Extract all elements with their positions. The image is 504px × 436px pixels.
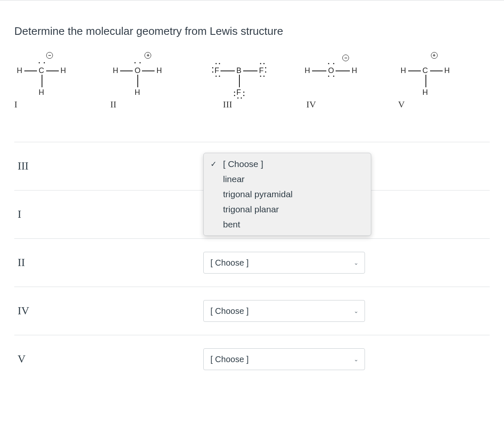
answer-row-IV: IV [ Choose ] ⌄	[14, 287, 490, 335]
structure-III: III F B F F	[206, 50, 298, 112]
question-title: Determine the molecular geometry from Le…	[14, 25, 490, 38]
answer-rows: III [ Choose ] ⌄ ✓ [ Choose ] linear tri…	[14, 142, 490, 383]
geometry-dropdown-open[interactable]: ✓ [ Choose ] linear trigonal pyramidal t…	[203, 153, 371, 236]
answer-row-II: II [ Choose ] ⌄	[14, 238, 490, 287]
row-label: V	[14, 353, 203, 366]
answer-row-III: III [ Choose ] ⌄ ✓ [ Choose ] linear tri…	[14, 142, 490, 190]
structure-numeral: II	[110, 99, 116, 110]
structure-numeral: IV	[306, 99, 316, 110]
dropdown-option-choose[interactable]: ✓ [ Choose ]	[204, 157, 371, 172]
row-label: III	[14, 160, 203, 172]
chevron-down-icon: ⌄	[354, 308, 359, 314]
structure-IV: IV H O H −	[302, 50, 394, 112]
geometry-select-V[interactable]: [ Choose ] ⌄	[203, 348, 365, 370]
row-label: IV	[14, 305, 203, 317]
structure-I: I H C H H −	[14, 50, 106, 112]
dropdown-option-bent[interactable]: bent	[204, 217, 371, 232]
answer-row-V: V [ Choose ] ⌄	[14, 335, 490, 383]
geometry-select-IV[interactable]: [ Choose ] ⌄	[203, 300, 365, 322]
chevron-down-icon: ⌄	[354, 259, 359, 266]
dropdown-option-trigonal-pyramidal[interactable]: trigonal pyramidal	[204, 187, 371, 202]
row-label: II	[14, 256, 203, 269]
structure-numeral: V	[398, 99, 405, 110]
structure-numeral: I	[14, 99, 17, 110]
dropdown-option-trigonal-planar[interactable]: trigonal planar	[204, 202, 371, 217]
row-label: I	[14, 208, 203, 221]
geometry-select-II[interactable]: [ Choose ] ⌄	[203, 252, 365, 274]
check-icon: ✓	[210, 159, 217, 169]
structure-II: II H O H H +	[110, 50, 202, 112]
dropdown-option-linear[interactable]: linear	[204, 172, 371, 187]
structure-V: V H C H H +	[398, 50, 490, 112]
structure-numeral: III	[223, 99, 232, 110]
lewis-structures: I H C H H − II H O H H + III F	[14, 50, 490, 112]
chevron-down-icon: ⌄	[354, 356, 359, 363]
